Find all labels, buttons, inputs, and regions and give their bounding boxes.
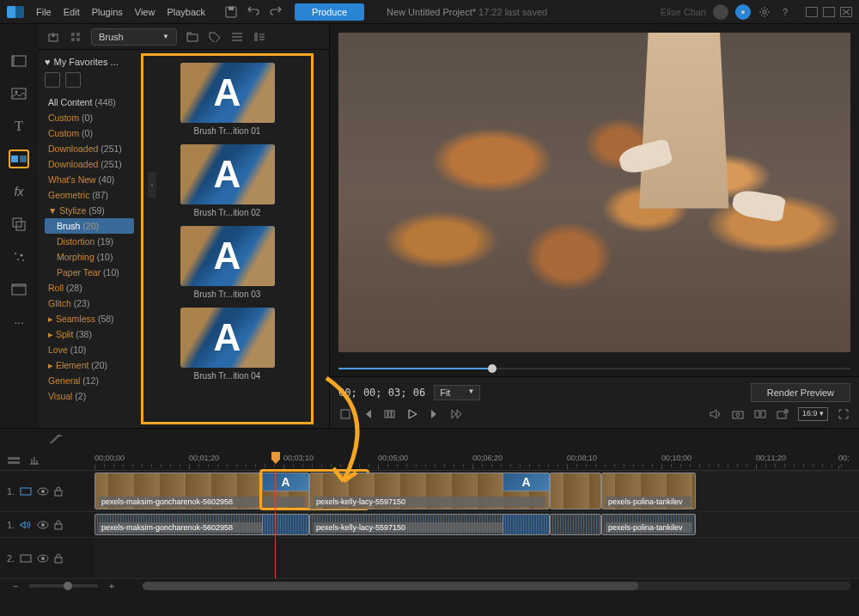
all-content-item[interactable]: All Content (448) <box>45 95 134 110</box>
video-track-icon[interactable] <box>20 487 32 496</box>
transition-item[interactable]: ABrush Tr...ition 03 <box>150 226 304 299</box>
zoom-in-icon[interactable]: + <box>105 579 119 593</box>
menu-file[interactable]: File <box>36 7 52 17</box>
zoom-fit-dropdown[interactable]: Fit▼ <box>434 385 480 400</box>
menu-plugins[interactable]: Plugins <box>92 7 123 17</box>
category-item[interactable]: Morphing (10) <box>45 249 134 265</box>
grid-icon[interactable] <box>69 30 82 44</box>
transition-clip[interactable]: A <box>262 473 309 491</box>
category-item[interactable]: What's New (40) <box>45 172 134 187</box>
timeline-scrollbar[interactable] <box>143 582 850 590</box>
track-visibility-icon[interactable] <box>37 487 49 496</box>
category-item[interactable]: Downloaded (251) <box>45 141 134 156</box>
audio-clip[interactable]: pexels-polina-tankilev <box>601 514 696 535</box>
tag-icon[interactable] <box>208 30 222 44</box>
playhead-marker[interactable] <box>271 452 280 464</box>
transition-item[interactable]: ABrush Tr...ition 04 <box>150 308 304 381</box>
stop-icon[interactable] <box>338 407 352 421</box>
play-icon[interactable] <box>405 407 419 421</box>
category-item[interactable]: Love (10) <box>45 342 134 357</box>
volume-icon[interactable] <box>709 407 722 421</box>
transition-item[interactable]: ABrush Tr...ition 01 <box>150 63 304 136</box>
overlay-tool-icon[interactable] <box>9 215 29 234</box>
collapse-sidebar-icon[interactable]: ‹ <box>148 172 156 198</box>
close-icon[interactable] <box>840 7 852 17</box>
favorites-row[interactable]: ♥ My Favorites ... <box>45 57 134 67</box>
category-item[interactable]: Custom (0) <box>45 125 134 141</box>
gear-icon[interactable] <box>758 5 771 19</box>
track-visibility-icon[interactable] <box>37 521 49 529</box>
category-item[interactable]: Downloaded (251) <box>45 156 134 172</box>
transition-clip[interactable]: A <box>503 473 550 491</box>
zoom-out-icon[interactable]: − <box>9 579 22 593</box>
fullscreen-icon[interactable] <box>837 407 850 421</box>
image-tool-icon[interactable] <box>9 84 29 103</box>
audio-track-icon[interactable] <box>20 521 32 529</box>
category-item[interactable]: Roll (28) <box>45 280 134 296</box>
menu-playback[interactable]: Playback <box>167 7 205 17</box>
snapshot-icon[interactable] <box>731 407 745 421</box>
transition-tool-icon[interactable] <box>9 149 29 168</box>
text-tool-icon[interactable]: T <box>9 117 29 136</box>
notification-icon[interactable]: ● <box>735 4 751 20</box>
dual-view-icon[interactable] <box>753 407 767 421</box>
user-avatar-icon[interactable] <box>713 4 728 20</box>
timeline-marker-icon[interactable] <box>27 454 41 467</box>
timeline-view-icon[interactable] <box>7 454 21 467</box>
aspect-ratio-badge[interactable]: 16:9 ▾ <box>798 407 828 421</box>
category-item[interactable]: Custom (0) <box>45 110 134 125</box>
track-lock-icon[interactable] <box>54 486 63 497</box>
render-preview-button[interactable]: Render Preview <box>751 383 850 402</box>
produce-button[interactable]: Produce <box>295 3 364 21</box>
track-visibility-icon[interactable] <box>37 554 49 563</box>
more-tool-icon[interactable]: ··· <box>9 313 29 332</box>
audio-clip[interactable] <box>550 514 601 535</box>
pen-icon[interactable] <box>65 72 81 88</box>
frame-step-icon[interactable] <box>383 407 397 421</box>
video-track-icon[interactable] <box>20 554 32 563</box>
audio-transition-clip[interactable] <box>503 514 550 535</box>
menu-edit[interactable]: Edit <box>64 7 80 17</box>
maximize-icon[interactable] <box>823 7 835 17</box>
category-item[interactable]: General (12) <box>45 373 134 388</box>
menu-view[interactable]: View <box>135 7 155 17</box>
media-tool-icon[interactable] <box>9 52 29 70</box>
category-item[interactable]: ▸ Element (20) <box>45 357 134 373</box>
preview-scrubber[interactable] <box>338 361 850 376</box>
track-lock-icon[interactable] <box>54 553 63 564</box>
video-clip[interactable]: pexels-polina-tankilev <box>601 473 696 509</box>
pen-add-icon[interactable] <box>45 72 60 88</box>
category-item[interactable]: Distortion (19) <box>45 234 134 249</box>
list-view-icon[interactable] <box>230 30 244 44</box>
prev-frame-icon[interactable] <box>361 407 375 421</box>
razor-tool-icon[interactable] <box>48 433 65 447</box>
import-icon[interactable] <box>46 30 60 44</box>
fast-forward-icon[interactable] <box>450 407 464 421</box>
category-item[interactable]: Geometric (87) <box>45 187 134 203</box>
fx-tool-icon[interactable]: fx <box>9 182 29 201</box>
popout-icon[interactable] <box>776 407 789 421</box>
minimize-icon[interactable] <box>806 7 818 17</box>
redo-icon[interactable] <box>269 5 283 19</box>
category-item[interactable]: ▼ Stylize (59) <box>45 203 134 218</box>
track-lock-icon[interactable] <box>54 520 63 530</box>
next-frame-icon[interactable] <box>428 407 442 421</box>
particle-tool-icon[interactable] <box>9 247 29 266</box>
add-folder-icon[interactable] <box>186 30 199 44</box>
save-icon[interactable] <box>224 5 238 19</box>
undo-icon[interactable] <box>247 5 260 19</box>
zoom-slider[interactable] <box>29 584 98 588</box>
category-item[interactable]: ▸ Split (38) <box>45 326 134 342</box>
category-item[interactable]: Glitch (23) <box>45 296 134 311</box>
detail-view-icon[interactable] <box>253 30 266 44</box>
category-item[interactable]: Visual (2) <box>45 388 134 404</box>
category-dropdown[interactable]: Brush▼ <box>91 28 177 46</box>
template-tool-icon[interactable] <box>9 280 29 299</box>
category-item[interactable]: Brush (20) <box>45 218 134 234</box>
video-clip[interactable] <box>550 473 601 509</box>
timeline-ruler[interactable]: 00;00;0000;01;2000;03;1000;05;0000;06;20… <box>94 450 859 470</box>
transition-item[interactable]: ABrush Tr...ition 02 <box>150 144 304 217</box>
category-item[interactable]: Paper Tear (10) <box>45 265 134 280</box>
preview-video[interactable] <box>338 33 850 352</box>
audio-transition-clip[interactable] <box>262 514 309 535</box>
